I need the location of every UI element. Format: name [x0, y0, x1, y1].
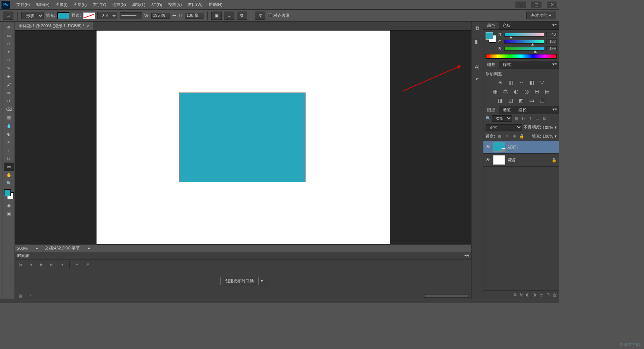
menu-view[interactable]: 视图(V) [165, 2, 185, 7]
color-ramp[interactable] [486, 54, 557, 59]
transition-icon[interactable]: ↗ [84, 261, 91, 268]
panel-menu-icon[interactable]: ▾≡ [550, 22, 559, 29]
menu-select[interactable]: 选择(S) [109, 2, 129, 7]
filter-pixel-icon[interactable]: ▦ [513, 116, 519, 122]
photo-filter-icon[interactable]: ◎ [523, 88, 530, 95]
history-panel-icon[interactable]: ⧉ [473, 24, 482, 32]
fill-value[interactable]: 100% [543, 134, 553, 138]
gear-icon[interactable]: ✲ [255, 12, 265, 20]
eyedropper-tool[interactable]: ✎ [4, 64, 14, 72]
expand-icon[interactable]: ▸ [36, 246, 38, 251]
menu-help[interactable]: 帮助(H) [206, 2, 225, 7]
next-frame-icon[interactable]: ▸| [48, 261, 55, 268]
path-arrange-icon[interactable]: ⧉ [237, 12, 247, 20]
lock-pos-icon[interactable]: ✥ [511, 133, 517, 139]
g-input[interactable] [546, 39, 557, 44]
gradient-map-icon[interactable]: ▭ [528, 97, 536, 104]
b-input[interactable] [546, 46, 557, 51]
threshold-icon[interactable]: ◩ [518, 97, 525, 104]
align-edges-checkbox[interactable]: ✓ 对齐边缘 [268, 13, 290, 18]
blur-tool[interactable]: 💧 [4, 122, 14, 130]
panel-menu-icon[interactable]: ▾≡ [550, 106, 559, 114]
visibility-icon[interactable]: 👁 [486, 144, 491, 150]
properties-panel-icon[interactable]: ◧ [473, 37, 482, 45]
window-minimize[interactable]: ─ [515, 1, 526, 9]
document-tab[interactable]: 未标题-1 @ 200% (矩形 1, RGB/8) * × [15, 22, 93, 30]
brush-tool[interactable]: 🖌 [4, 81, 14, 89]
dropdown-icon[interactable]: ▾ [555, 134, 557, 139]
color-swatches[interactable] [4, 189, 14, 199]
timeline-scrollbar[interactable] [424, 295, 469, 298]
link-layers-icon[interactable]: ⧉ [514, 292, 517, 297]
history-brush-tool[interactable]: ↺ [4, 97, 14, 105]
menu-3d[interactable]: 3D(D) [148, 3, 165, 7]
mixer-icon[interactable]: ⊞ [533, 88, 541, 95]
layer-thumbnail[interactable] [493, 155, 505, 165]
g-slider[interactable] [504, 40, 544, 44]
blend-mode-select[interactable]: 正常 [486, 124, 522, 131]
posterize-icon[interactable]: ▧ [507, 97, 515, 104]
panel-collapse-icon[interactable]: ◂◂ [464, 253, 469, 258]
canvas[interactable] [97, 31, 390, 244]
tab-adjustments[interactable]: 调整 [483, 61, 499, 69]
path-select-tool[interactable]: ▷ [4, 154, 14, 163]
eraser-tool[interactable]: ⌫ [4, 105, 14, 113]
pen-tool[interactable]: ✒ [4, 138, 14, 146]
stamp-tool[interactable]: ⧉ [4, 89, 14, 97]
create-timeline-dropdown[interactable]: ▾ [259, 277, 266, 285]
fill-swatch[interactable] [57, 12, 69, 19]
color-picker-swatches[interactable] [486, 32, 496, 43]
move-tool[interactable]: ✥ [4, 23, 14, 31]
type-tool[interactable]: T [4, 146, 14, 154]
menu-layer[interactable]: 图层(L) [70, 2, 89, 7]
filter-smart-icon[interactable]: ⊡ [542, 116, 547, 122]
tab-swatches[interactable]: 色板 [499, 22, 515, 29]
menu-filter[interactable]: 滤镜(T) [129, 2, 148, 7]
window-maximize[interactable]: ▢ [531, 1, 542, 9]
tab-color[interactable]: 颜色 [483, 22, 499, 29]
shape-mode-select[interactable]: 形状 [21, 12, 44, 19]
tab-styles[interactable]: 样式 [499, 61, 515, 69]
filter-type-icon[interactable]: T [527, 116, 533, 122]
first-frame-icon[interactable]: |◂ [17, 261, 24, 268]
zoom-level[interactable]: 200% [17, 246, 28, 251]
quick-mask-icon[interactable]: ◉ [4, 201, 14, 210]
invert-icon[interactable]: ◨ [497, 97, 504, 104]
expand-icon[interactable]: ▸ [88, 246, 90, 251]
prev-frame-icon[interactable]: ◂ [28, 261, 34, 268]
r-input[interactable] [546, 32, 557, 37]
tool-preset-icon[interactable]: ▭ [3, 12, 13, 20]
new-layer-icon[interactable]: ⊞ [546, 292, 550, 297]
screen-mode-icon[interactable]: ▣ [4, 210, 14, 218]
dodge-tool[interactable]: ◐ [4, 130, 14, 138]
character-panel-icon[interactable]: A| [473, 63, 482, 71]
stroke-swatch[interactable] [83, 12, 95, 19]
menu-file[interactable]: 文件(F) [13, 2, 33, 7]
path-align-icon[interactable]: ≡ [224, 12, 234, 20]
window-close[interactable]: ✕ [546, 1, 558, 9]
menu-image[interactable]: 图像(I) [53, 2, 70, 7]
fg-swatch[interactable] [486, 32, 493, 40]
layer-filter-select[interactable]: 类型 [492, 115, 512, 122]
marquee-tool[interactable]: ▭ [4, 31, 14, 40]
layer-row[interactable]: 👁 背景 🔒 [483, 154, 559, 167]
canvas-area[interactable] [15, 31, 471, 244]
lookup-icon[interactable]: ▤ [544, 88, 551, 95]
foreground-color-swatch[interactable] [4, 189, 11, 196]
layer-thumbnail[interactable] [493, 142, 505, 152]
lock-all-icon[interactable]: 🔒 [519, 133, 525, 139]
dropdown-icon[interactable]: ▾ [555, 125, 557, 130]
curves-icon[interactable]: 〰 [518, 79, 525, 86]
layer-fx-icon[interactable]: fx [520, 293, 523, 297]
search-icon[interactable]: 🔍 [486, 116, 491, 121]
fill-adjust-icon[interactable]: ◑ [533, 292, 536, 297]
scissors-icon[interactable]: ✂ [73, 261, 80, 268]
path-combine-icon[interactable]: ▣ [211, 12, 222, 20]
hand-tool[interactable]: ✋ [4, 171, 14, 179]
filter-shape-icon[interactable]: ▭ [534, 116, 540, 122]
tab-channels[interactable]: 通道 [499, 106, 515, 114]
zoom-tool[interactable]: 🔍 [4, 179, 14, 187]
b-slider[interactable] [504, 47, 544, 51]
group-icon[interactable]: 🗀 [539, 293, 543, 297]
balance-icon[interactable]: ⚖ [502, 88, 509, 95]
